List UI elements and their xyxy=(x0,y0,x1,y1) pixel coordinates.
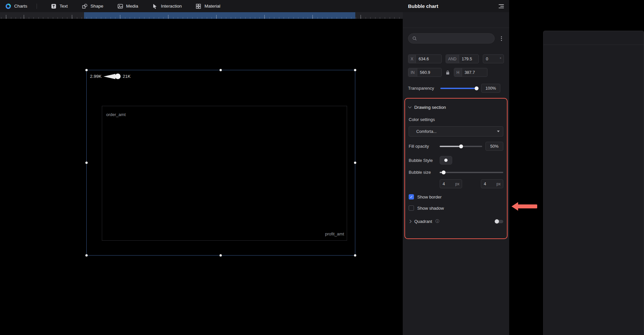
media-icon xyxy=(117,3,123,9)
transparency-row: Transparency 100% xyxy=(403,79,509,98)
show-border-checkbox[interactable]: ✓ Show border xyxy=(409,194,503,199)
menu-interaction[interactable]: Interaction xyxy=(152,3,182,9)
bubble-size-legend: 2.99K 21K xyxy=(90,74,131,79)
resize-handle[interactable] xyxy=(85,254,88,257)
resize-handle[interactable] xyxy=(354,162,356,164)
menu-charts[interactable]: Charts xyxy=(5,3,27,9)
y-position-input[interactable]: AND 179.5 xyxy=(446,54,479,63)
y-axis-title: order_amt xyxy=(106,112,126,117)
info-icon: ⓘ xyxy=(435,219,439,224)
quadrant-row[interactable]: Quadrant ⓘ xyxy=(409,219,503,224)
bubble-size-max-input[interactable]: 4 px xyxy=(481,179,503,188)
fill-opacity-input[interactable]: 50% xyxy=(485,142,503,151)
search-input[interactable] xyxy=(420,36,490,41)
x-axis-title: profit_amt xyxy=(325,231,344,236)
bubble-size-label: Bubble size xyxy=(409,170,436,175)
panel-title: Bubble chart xyxy=(408,3,499,9)
color-palette-select[interactable]: Comforta... xyxy=(409,126,503,137)
fill-opacity-slider[interactable] xyxy=(440,146,482,147)
resize-handle[interactable] xyxy=(85,162,88,164)
top-toolbar: Charts Text Shape Media Interaction xyxy=(0,0,403,12)
show-shadow-checkbox[interactable]: Show shadow xyxy=(409,205,503,211)
input-value: 179.5 xyxy=(459,57,479,61)
menu-label: Charts xyxy=(14,4,27,9)
menu-shape[interactable]: Shape xyxy=(82,3,103,9)
resize-handle[interactable] xyxy=(220,254,222,257)
menu-label: Shape xyxy=(91,4,103,9)
design-canvas[interactable]: 2.99K 21K order_amt profit_amt xyxy=(0,19,403,335)
circle-style-icon xyxy=(444,159,448,162)
material-icon xyxy=(195,3,201,9)
app: Charts Text Shape Media Interaction xyxy=(0,0,644,335)
quadrant-toggle[interactable] xyxy=(495,220,503,223)
charts-logo-icon xyxy=(5,3,11,9)
input-prefix: IN xyxy=(408,68,417,76)
height-input[interactable]: H 387.7 xyxy=(454,68,487,77)
field-panel-tabs xyxy=(543,31,644,45)
kebab-menu-icon[interactable] xyxy=(499,35,504,42)
menu-label: Interaction xyxy=(161,4,182,9)
bubble-size-inputs: 4 px 4 px xyxy=(409,179,503,188)
transparency-value-input[interactable]: 100% xyxy=(481,84,500,93)
position-row: X 634.6 AND 179.5 0 ° xyxy=(403,52,509,66)
dropdown-caret-icon xyxy=(497,131,500,132)
quadrant-label: Quadrant xyxy=(414,219,432,224)
resize-handle[interactable] xyxy=(85,69,88,71)
ruler-ticks xyxy=(0,12,403,19)
drawing-section-highlight: Drawing section Color settings Comforta.… xyxy=(404,98,508,239)
alignment-toolbar xyxy=(403,47,509,52)
menu-material[interactable]: Material xyxy=(195,3,220,9)
menu-label: Media xyxy=(126,4,138,9)
lock-icon[interactable] xyxy=(446,70,450,75)
input-value: 560.9 xyxy=(417,70,441,75)
search-row xyxy=(403,28,509,47)
fill-opacity-row: Fill opacity 50% xyxy=(409,142,503,151)
style-panel: Bubble chart X 634.6 AND 179.5 0 ° xyxy=(403,0,509,335)
resize-handle[interactable] xyxy=(220,69,222,71)
bubble-size-row: Bubble size xyxy=(409,170,503,175)
input-prefix: H xyxy=(454,68,462,76)
palette-name: Comforta... xyxy=(416,129,496,134)
input-value: 0 xyxy=(483,57,500,61)
search-box[interactable] xyxy=(408,33,495,44)
chevron-down-icon xyxy=(408,105,412,108)
input-value: 100% xyxy=(482,86,500,91)
menu-text[interactable]: Text xyxy=(51,3,68,9)
input-value: 4 xyxy=(481,182,496,186)
width-input[interactable]: IN 560.9 xyxy=(408,68,442,77)
menu-label: Material xyxy=(204,4,220,9)
style-panel-header: Bubble chart xyxy=(403,0,509,12)
size-row: IN 560.9 H 387.7 xyxy=(403,66,509,79)
x-position-input[interactable]: X 634.6 xyxy=(408,54,442,63)
section-title: Drawing section xyxy=(414,105,446,110)
style-panel-tabs xyxy=(403,12,509,28)
px-unit: px xyxy=(496,182,503,186)
chevron-right-icon xyxy=(408,220,412,223)
resize-handle[interactable] xyxy=(354,69,356,71)
color-settings-label: Color settings xyxy=(409,117,435,122)
field-groups xyxy=(543,45,644,46)
degree-unit: ° xyxy=(500,57,504,61)
interaction-icon xyxy=(152,3,158,9)
rotation-input[interactable]: 0 ° xyxy=(483,54,504,63)
shape-icon xyxy=(82,3,88,9)
outline-icon[interactable] xyxy=(499,3,504,9)
bubble-style-row: Bubble Style xyxy=(409,156,503,165)
menu-media[interactable]: Media xyxy=(117,3,138,9)
arrow-tail xyxy=(517,204,537,208)
bubble-style-button[interactable] xyxy=(440,156,452,165)
resize-handle[interactable] xyxy=(354,254,356,257)
bubble-chart-widget[interactable]: 2.99K 21K order_amt profit_amt xyxy=(86,70,355,256)
checkbox-label: Show shadow xyxy=(417,206,444,211)
menu-label: Text xyxy=(60,4,68,9)
transparency-label: Transparency xyxy=(408,86,436,91)
bubble-size-min-input[interactable]: 4 px xyxy=(440,179,462,188)
bubble-style-label: Bubble Style xyxy=(409,158,436,163)
checkbox-label: Show border xyxy=(417,195,442,199)
search-icon xyxy=(412,36,417,41)
bubble-size-slider[interactable] xyxy=(440,172,503,173)
horizontal-ruler xyxy=(0,12,403,19)
transparency-slider[interactable] xyxy=(440,88,477,89)
drawing-section-header[interactable]: Drawing section xyxy=(409,101,503,113)
px-unit: px xyxy=(455,182,462,186)
